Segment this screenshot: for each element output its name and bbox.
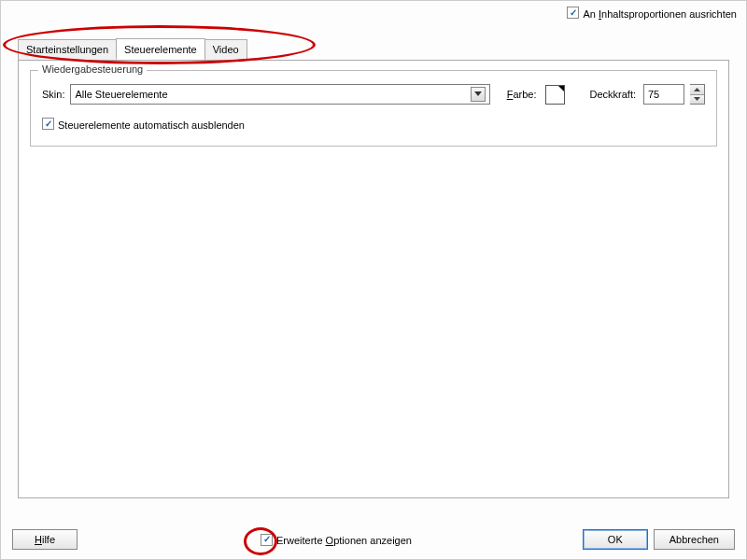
tab-steuerelemente[interactable]: Steuerelemente: [116, 38, 205, 60]
tab-bar: Starteinstellungen Steuerelemente Video: [18, 38, 247, 60]
tab-starteinstellungen[interactable]: Starteinstellungen: [18, 39, 117, 61]
autohide-controls-checkbox[interactable]: [42, 118, 54, 130]
tab-panel: Wiedergabesteuerung Skin: Alle Steuerele…: [18, 60, 729, 498]
align-to-proportions-label: An Inhaltsproportionen ausrichten: [583, 8, 737, 20]
cancel-button[interactable]: Abbrechen: [654, 529, 735, 550]
skin-dropdown[interactable]: Alle Steuerelemente: [70, 84, 489, 105]
align-to-proportions-checkbox[interactable]: [567, 7, 579, 19]
opacity-label: Deckkraft:: [589, 89, 636, 100]
advanced-options-checkbox[interactable]: [261, 534, 273, 546]
skin-dropdown-value: Alle Steuerelemente: [75, 89, 167, 100]
spinner-down-icon[interactable]: [690, 95, 704, 105]
color-swatch[interactable]: [545, 85, 565, 105]
advanced-options-label: Erweiterte Optionen anzeigen: [276, 535, 412, 546]
playback-control-group: Wiedergabesteuerung Skin: Alle Steuerele…: [30, 70, 717, 147]
chevron-down-icon: [471, 87, 486, 102]
color-label: Farbe:: [507, 89, 537, 100]
skin-label: Skin:: [42, 89, 64, 100]
opacity-input[interactable]: 75: [643, 84, 684, 105]
spinner-up-icon[interactable]: [690, 85, 704, 95]
autohide-controls-label: Steuerelemente automatisch ausblenden: [58, 119, 245, 131]
help-button[interactable]: Hilfe: [12, 529, 78, 550]
tab-video[interactable]: Video: [204, 39, 247, 61]
ok-button[interactable]: OK: [583, 529, 648, 550]
group-legend: Wiedergabesteuerung: [38, 63, 147, 75]
